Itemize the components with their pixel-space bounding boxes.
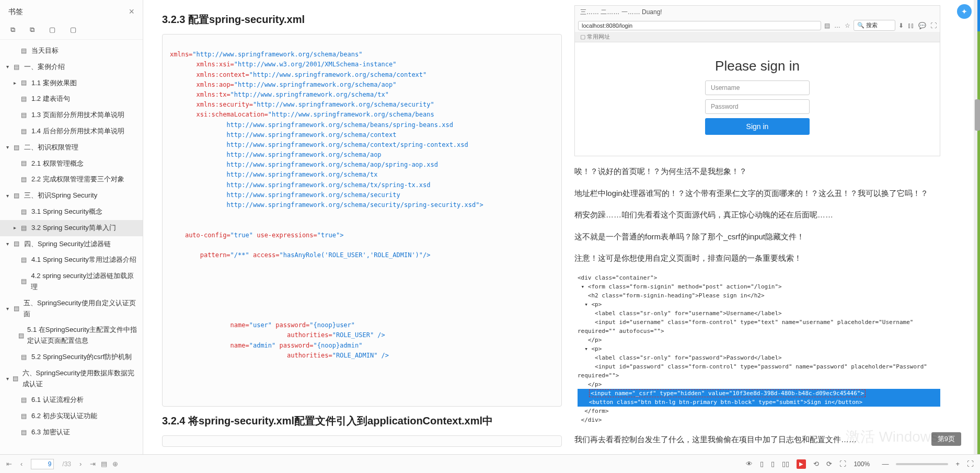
outline-item[interactable]: ▾▤二、初识权限管理 xyxy=(0,140,143,156)
prev-page-button[interactable]: ‹ xyxy=(20,460,22,468)
rotate-right-icon[interactable]: ⟳ xyxy=(826,460,832,468)
username-field[interactable]: Username xyxy=(705,80,810,95)
outline-item[interactable]: ▤5.2 SpringSecurity的csrf防护机制 xyxy=(0,349,143,365)
xml-code-block-2 xyxy=(162,435,562,447)
signin-form: Please sign in Username Password Sign in xyxy=(575,42,940,156)
outline-item[interactable]: ▤1.3 页面部分所用技术简单说明 xyxy=(0,107,143,123)
paragraph: 这不就是一个普通的form表单吗？除了那个_csrf的input隐藏文件！ xyxy=(574,230,940,244)
zoom-level: 100% xyxy=(854,460,874,468)
assistant-badge-icon[interactable]: ✦ xyxy=(957,4,972,19)
outline-item[interactable]: ▤5.1 在SpringSecurity主配置文件中指定认证页面配置信息 xyxy=(0,322,143,349)
tool-icon-4[interactable]: ▢ xyxy=(70,26,76,34)
paragraph: 我们再去看看控制台发生了什么，这里我偷偷在项目中加了日志包和配置文件…… xyxy=(574,433,940,446)
sidebar-toolbar: ⧉ ⧉ ▢ ▢ xyxy=(0,21,143,40)
bottom-toolbar: ⇤ ‹ /33 › ⇥ ▤ ⊕ 👁 ▯ ▯ ▯▯ ▶ ⟲ ⟳ ⛶ 100% — … xyxy=(0,454,980,473)
outline-item[interactable]: ▤2.1 权限管理概念 xyxy=(0,156,143,172)
browser-tab-bar: 三…… 二…… 一…… Duang! xyxy=(575,6,940,19)
tool-icon-3[interactable]: ▢ xyxy=(49,26,55,34)
outline-tree: ▤当天目标▾▤一、案例介绍▸▤1.1 案例效果图▤1.2 建表语句▤1.3 页面… xyxy=(0,40,143,454)
rotate-left-icon[interactable]: ⟲ xyxy=(813,460,819,468)
outline-item[interactable]: ▾▤四、Spring Security过滤器链 xyxy=(0,236,143,252)
scroll-marker xyxy=(977,31,980,454)
signin-button[interactable]: Sign in xyxy=(705,118,810,135)
outline-item[interactable]: ▤6.1 认证流程分析 xyxy=(0,392,143,408)
page-total: /33 xyxy=(62,460,71,468)
scrollbar-track[interactable] xyxy=(974,0,980,454)
chat-icon[interactable]: 💬 xyxy=(918,22,926,29)
expand-icon[interactable]: ⛶ xyxy=(930,22,937,29)
close-icon[interactable]: × xyxy=(129,6,134,17)
outline-item[interactable]: ▾▤一、案例介绍 xyxy=(0,59,143,75)
paragraph: 唉！？说好的首页呢！？为何生活不是我想象！？ xyxy=(574,165,940,178)
star-icon[interactable]: ☆ xyxy=(845,22,850,29)
bookmarks-sidebar: 书签 × ⧉ ⧉ ▢ ▢ ▤当天目标▾▤一、案例介绍▸▤1.1 案例效果图▤1.… xyxy=(0,0,143,454)
outline-item[interactable]: ▤2.2 完成权限管理需要三个对象 xyxy=(0,171,143,188)
browser-url-input[interactable]: localhost:8080/login xyxy=(578,21,821,30)
play-button[interactable]: ▶ xyxy=(797,459,806,469)
outline-item[interactable]: ▤1.4 后台部分所用技术简单说明 xyxy=(0,123,143,140)
scroll-thumb[interactable] xyxy=(975,99,980,131)
first-page-button[interactable]: ⇤ xyxy=(6,460,12,468)
layout-single-icon[interactable]: ▯ xyxy=(760,460,764,468)
last-page-button[interactable]: ⇥ xyxy=(90,460,96,468)
outline-item[interactable]: ▾▤三、初识Spring Security xyxy=(0,188,143,204)
scroll-marker xyxy=(977,0,980,31)
document-content: 3.2.3 配置spring-security.xml xmlns="http:… xyxy=(143,0,980,454)
password-field[interactable]: Password xyxy=(705,99,810,114)
zoom-in-button[interactable]: + xyxy=(955,460,960,468)
fit-icon[interactable]: ⛶ xyxy=(967,460,974,468)
more-icon[interactable]: … xyxy=(834,22,840,29)
outline-item[interactable]: ▤4.2 spring security过滤器链加载原理 xyxy=(0,268,143,295)
page-number-input[interactable] xyxy=(31,459,54,469)
paragraph: 地址栏中login处理器谁写的！？这个带有歪果仁文字的页面哪来的！？这么丑！？我… xyxy=(574,187,940,200)
library-icon[interactable]: ⫿⫿ xyxy=(908,22,914,29)
outline-item[interactable]: ▾▤六、SpringSecurity使用数据库数据完成认证 xyxy=(0,365,143,393)
heading-323: 3.2.3 配置spring-security.xml xyxy=(162,13,562,27)
shield-icon[interactable]: ▤ xyxy=(824,22,830,29)
outline-item[interactable]: ▸▤1.1 案例效果图 xyxy=(0,75,143,91)
xml-code-block: xmlns="http://www.springframework.org/sc… xyxy=(162,34,562,407)
zoom-out-button[interactable]: — xyxy=(882,460,889,468)
heading-324: 3.2.4 将spring-security.xml配置文件引入到applica… xyxy=(162,414,562,428)
outline-item[interactable]: ▤6.3 加密认证 xyxy=(0,424,143,441)
signin-title: Please sign in xyxy=(715,58,800,74)
page-indicator-badge: 第9页 xyxy=(931,432,961,446)
outline-item[interactable]: ▾▤五、SpringSecurity使用自定义认证页面 xyxy=(0,295,143,322)
sidebar-title: 书签 xyxy=(8,7,23,17)
fullscreen-icon[interactable]: ⛶ xyxy=(839,460,846,468)
outline-item[interactable]: ▤3.1 Spring Security概念 xyxy=(0,204,143,220)
outline-item[interactable]: ▤6.2 初步实现认证功能 xyxy=(0,408,143,424)
outline-item[interactable]: ▤4.1 Spring Security常用过滤器介绍 xyxy=(0,252,143,268)
download-icon[interactable]: ⬇ xyxy=(898,22,904,29)
bookmark-bar[interactable]: ▢ 常用网址 xyxy=(575,32,940,42)
tool-icon-2[interactable]: ⧉ xyxy=(30,26,34,34)
zoom-slider[interactable] xyxy=(896,463,948,465)
tool-icon-1[interactable]: ⧉ xyxy=(10,26,15,34)
outline-item[interactable]: ▸▤3.2 Spring Security简单入门 xyxy=(0,220,143,236)
layout-double-icon[interactable]: ▯▯ xyxy=(782,460,789,468)
html-source-block: <div class="container"> ▾ <form class="f… xyxy=(574,273,940,425)
add-page-icon[interactable]: ⊕ xyxy=(112,460,118,468)
paragraph: 注意！这可是你想使用自定义页面时，排查问题的一条重要线索！ xyxy=(574,251,940,265)
outline-item[interactable]: ▤1.2 建表语句 xyxy=(0,91,143,107)
next-page-button[interactable]: › xyxy=(79,460,82,468)
browser-mockup: 三…… 二…… 一…… Duang! localhost:8080/login … xyxy=(574,5,940,156)
paragraph: 稍安勿躁……咱们先看看这个页面源代码，真正惊心动魄的还在后面呢…… xyxy=(574,208,940,222)
eye-icon[interactable]: 👁 xyxy=(746,460,753,468)
outline-item[interactable]: ▤当天目标 xyxy=(0,43,143,59)
page-mode-icon[interactable]: ▤ xyxy=(101,460,107,468)
layout-page-icon[interactable]: ▯ xyxy=(771,460,775,468)
browser-search-input[interactable]: 🔍 搜索 xyxy=(854,20,895,31)
